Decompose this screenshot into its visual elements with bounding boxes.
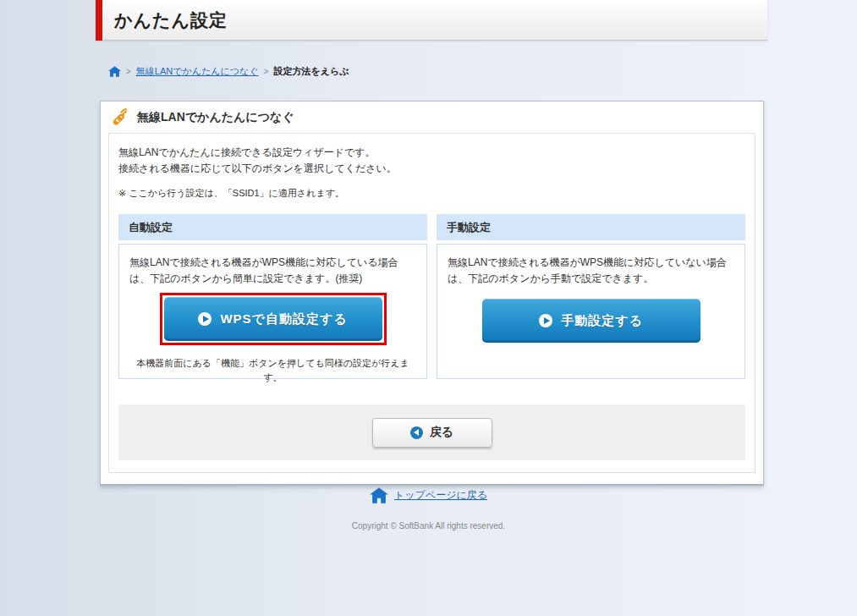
- auto-setup-footnote: 本機器前面にある「機能」ボタンを押しても同様の設定が行えます。: [129, 356, 416, 385]
- manual-setup-heading: 手動設定: [437, 214, 745, 240]
- page-footer: トップページに戻る Copyright © SoftBank All right…: [0, 487, 857, 531]
- play-circle-icon: [539, 314, 552, 327]
- page-header: かんたん設定: [96, 0, 767, 41]
- back-button-label: 戻る: [430, 425, 453, 440]
- panel-body: 無線LANでかんたんに接続できる設定ウィザードです。 接続される機器に応じて以下…: [108, 133, 755, 473]
- auto-setup-heading: 自動設定: [118, 214, 427, 240]
- home-icon: [370, 487, 388, 503]
- wps-auto-setup-button-label: WPSで自動設定する: [220, 311, 347, 327]
- breadcrumb-link-wireless[interactable]: 無線LANでかんたんにつなぐ: [136, 65, 259, 78]
- panel-title: 無線LANでかんたんにつなぐ: [137, 110, 294, 125]
- manual-setup-button-label: 手動設定する: [561, 313, 643, 329]
- breadcrumb: > 無線LANでかんたんにつなぐ > 設定方法をえらぶ: [108, 65, 767, 78]
- ssid-note: ※ ここから行う設定は、「SSID1」に適用されます。: [118, 187, 745, 200]
- top-page-link-label: トップページに戻る: [394, 488, 487, 503]
- top-page-link[interactable]: トップページに戻る: [370, 487, 487, 503]
- play-circle-icon: [198, 312, 212, 326]
- panel-description-line1: 無線LANでかんたんに接続できる設定ウィザードです。: [118, 145, 745, 161]
- manual-setup-section: 手動設定 無線LANで接続される機器がWPS機能に対応していない場合は、下記のボ…: [437, 214, 745, 379]
- breadcrumb-separator: >: [126, 67, 131, 76]
- panel-title-bar: 無線LANでかんたんにつなぐ: [101, 102, 763, 133]
- auto-setup-section: 自動設定 無線LANで接続される機器がWPS機能に対応している場合は、下記のボタ…: [118, 214, 427, 379]
- back-button-strip: 戻る: [118, 404, 745, 460]
- manual-setup-button[interactable]: 手動設定する: [482, 299, 700, 343]
- copyright: Copyright © SoftBank All rights reserved…: [0, 521, 857, 531]
- setup-options: 自動設定 無線LANで接続される機器がWPS機能に対応している場合は、下記のボタ…: [118, 214, 745, 379]
- page-title: かんたん設定: [114, 8, 228, 32]
- wps-auto-setup-button[interactable]: WPSで自動設定する: [164, 297, 382, 341]
- page: かんたん設定 > 無線LANでかんたんにつなぐ > 設定方法をえらぶ: [0, 0, 857, 616]
- back-arrow-circle-icon: [410, 426, 423, 439]
- wps-button-highlight-frame: WPSで自動設定する: [160, 293, 387, 345]
- wireless-setup-icon: [111, 108, 129, 127]
- header-accent-bar: [96, 0, 102, 41]
- manual-setup-box: 無線LANで接続される機器がWPS機能に対応していない場合は、下記のボタンから手…: [437, 244, 745, 379]
- content-column: かんたん設定 > 無線LANでかんたんにつなぐ > 設定方法をえらぶ: [96, 0, 767, 486]
- back-button[interactable]: 戻る: [372, 418, 492, 448]
- panel-description-line2: 接続される機器に応じて以下のボタンを選択してください。: [118, 161, 745, 177]
- breadcrumb-separator: >: [264, 67, 269, 76]
- auto-setup-box: 無線LANで接続される機器がWPS機能に対応している場合は、下記のボタンから簡単…: [118, 244, 427, 379]
- auto-setup-description: 無線LANで接続される機器がWPS機能に対応している場合は、下記のボタンから簡単…: [129, 255, 416, 286]
- manual-setup-description: 無線LANで接続される機器がWPS機能に対応していない場合は、下記のボタンから手…: [448, 255, 734, 286]
- setup-panel: 無線LANでかんたんにつなぐ 無線LANでかんたんに接続できる設定ウィザードです…: [100, 101, 764, 486]
- breadcrumb-current: 設定方法をえらぶ: [273, 65, 349, 78]
- home-icon[interactable]: [108, 66, 121, 77]
